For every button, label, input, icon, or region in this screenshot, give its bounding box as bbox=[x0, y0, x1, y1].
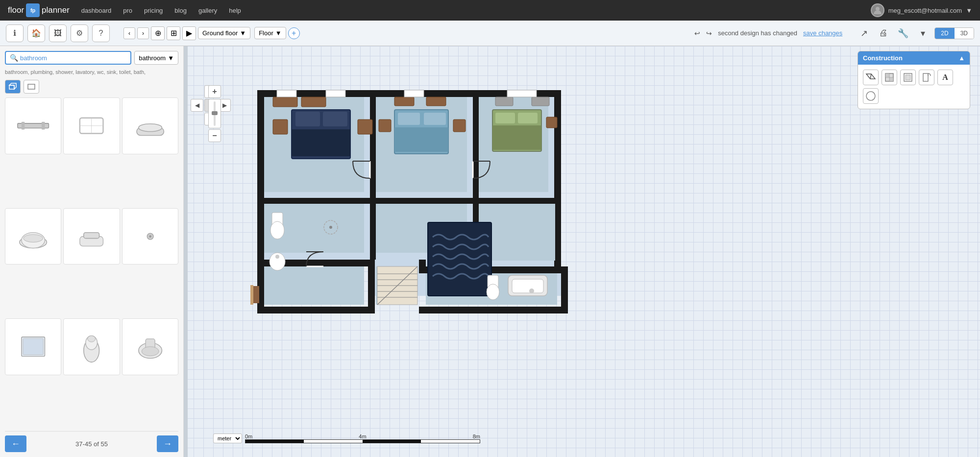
svg-rect-74 bbox=[518, 113, 538, 123]
svg-rect-61 bbox=[358, 120, 372, 134]
room-tool[interactable] bbox=[900, 70, 916, 85]
floor-tool[interactable] bbox=[882, 70, 897, 85]
canvas-area[interactable]: ▲ ◀ ⊕ ▶ ▼ + − bbox=[184, 46, 980, 457]
floor-center-btn[interactable]: ⊕ bbox=[151, 26, 165, 40]
logo-icon: fp bbox=[26, 3, 40, 17]
view-mode-buttons bbox=[5, 80, 178, 94]
svg-rect-113 bbox=[885, 73, 889, 77]
share-button[interactable]: ↗ bbox=[856, 25, 872, 41]
info-button[interactable]: ℹ bbox=[6, 24, 24, 42]
prev-page-button[interactable]: ← bbox=[5, 435, 26, 452]
more-button[interactable]: ▾ bbox=[915, 25, 931, 41]
svg-rect-6 bbox=[42, 122, 45, 130]
view-mode-3d[interactable] bbox=[5, 80, 21, 94]
nav-dashboard[interactable]: dashboard bbox=[81, 7, 111, 14]
category-dropdown[interactable]: bathroom ▼ bbox=[134, 51, 178, 65]
construction-panel-header[interactable]: Construction ▲ bbox=[858, 51, 970, 65]
wrench-button[interactable]: 🔧 bbox=[895, 25, 911, 41]
add-floor-button[interactable]: + bbox=[288, 27, 300, 39]
svg-rect-73 bbox=[495, 113, 515, 123]
svg-rect-100 bbox=[428, 222, 491, 296]
scale-visual: 0m 4m 8m bbox=[245, 433, 480, 443]
svg-rect-77 bbox=[532, 97, 549, 106]
list-item[interactable] bbox=[122, 97, 178, 154]
svg-rect-37 bbox=[257, 307, 375, 313]
svg-rect-107 bbox=[250, 285, 253, 305]
items-grid bbox=[5, 97, 178, 427]
svg-rect-67 bbox=[394, 127, 448, 152]
floor-dropdown[interactable]: Ground floor ▼ bbox=[198, 27, 250, 39]
list-item[interactable] bbox=[5, 97, 61, 154]
app-logo[interactable]: floor fp planner bbox=[8, 3, 70, 17]
construction-panel: Construction ▲ bbox=[858, 51, 970, 109]
svg-rect-69 bbox=[426, 97, 446, 106]
list-item[interactable] bbox=[63, 318, 120, 375]
svg-rect-20 bbox=[23, 338, 43, 355]
nav-pricing[interactable]: pricing bbox=[144, 7, 163, 14]
svg-point-14 bbox=[24, 235, 43, 242]
help-button[interactable]: ? bbox=[92, 24, 110, 42]
zoom-slider[interactable] bbox=[208, 99, 221, 128]
top-navigation: floor fp planner dashboard pro pricing b… bbox=[0, 0, 980, 21]
svg-rect-117 bbox=[923, 73, 928, 81]
list-item[interactable] bbox=[122, 318, 178, 375]
svg-rect-32 bbox=[257, 90, 264, 266]
floor-nav-next[interactable]: › bbox=[137, 27, 149, 39]
main-area: 🔍 bathroom ▼ bathroom, plumbing, shower,… bbox=[0, 46, 980, 457]
floor-selector: ‹ › ⊕ ⊞ ▶ Ground floor ▼ Floor ▼ + bbox=[123, 26, 300, 40]
scale-labels: 0m 4m 8m bbox=[245, 433, 480, 439]
text-tool[interactable]: A bbox=[937, 70, 953, 85]
nav-gallery[interactable]: gallery bbox=[198, 7, 217, 14]
unit-selector[interactable]: meter feet bbox=[213, 433, 242, 443]
nav-help[interactable]: help bbox=[229, 7, 241, 14]
list-item[interactable] bbox=[5, 208, 61, 265]
floor-nav-prev[interactable]: ‹ bbox=[123, 27, 135, 39]
left-sidebar: 🔍 bathroom ▼ bathroom, plumbing, shower,… bbox=[0, 46, 184, 457]
erase-tool[interactable] bbox=[863, 88, 879, 104]
search-input[interactable] bbox=[20, 54, 126, 62]
svg-rect-66 bbox=[424, 113, 446, 125]
list-item[interactable] bbox=[63, 208, 120, 265]
svg-rect-59 bbox=[292, 129, 350, 156]
home-button[interactable]: 🏠 bbox=[27, 24, 45, 42]
svg-point-105 bbox=[529, 289, 534, 293]
print-button[interactable]: 🖨 bbox=[876, 25, 891, 41]
svg-rect-38 bbox=[368, 260, 375, 313]
list-item[interactable] bbox=[122, 208, 178, 265]
construction-collapse-icon[interactable]: ▲ bbox=[958, 54, 965, 62]
next-page-button[interactable]: → bbox=[157, 435, 178, 452]
list-item[interactable] bbox=[63, 97, 120, 154]
page-info: 37-45 of 55 bbox=[75, 440, 108, 448]
svg-rect-110 bbox=[404, 90, 424, 97]
svg-rect-68 bbox=[394, 97, 414, 106]
nav-blog[interactable]: blog bbox=[174, 7, 187, 14]
image-button[interactable]: 🖼 bbox=[49, 24, 67, 42]
door-tool[interactable] bbox=[919, 70, 934, 85]
svg-rect-44 bbox=[257, 198, 561, 204]
scale-label-8: 8m bbox=[473, 433, 480, 439]
toolbar-right: ↩ ↪ second design has changed save chang… bbox=[694, 25, 974, 41]
svg-rect-60 bbox=[273, 120, 288, 134]
view-mode-2d[interactable] bbox=[24, 80, 39, 94]
user-dropdown-arrow[interactable]: ▼ bbox=[966, 7, 972, 14]
settings-button[interactable]: ⚙ bbox=[71, 24, 88, 42]
nav-pro[interactable]: pro bbox=[123, 7, 132, 14]
scale-line bbox=[245, 439, 480, 443]
wall-tool[interactable] bbox=[863, 70, 879, 85]
zoom-out-button[interactable]: − bbox=[208, 129, 221, 142]
svg-rect-78 bbox=[546, 117, 557, 128]
pan-left-button[interactable]: ◀ bbox=[191, 99, 203, 112]
view-2d-button[interactable]: 2D bbox=[935, 28, 954, 39]
zoom-in-button[interactable]: + bbox=[208, 85, 221, 98]
view-toggle: 2D 3D bbox=[934, 27, 974, 39]
svg-rect-43 bbox=[473, 90, 479, 208]
search-area: 🔍 bathroom ▼ bbox=[5, 51, 178, 65]
floor-arrow-btn[interactable]: ▶ bbox=[182, 26, 196, 40]
list-item[interactable] bbox=[5, 318, 61, 375]
save-changes-link[interactable]: save changes bbox=[803, 29, 842, 37]
floor2-dropdown[interactable]: Floor ▼ bbox=[254, 27, 286, 39]
floor-expand-btn[interactable]: ⊞ bbox=[167, 26, 180, 40]
view-3d-button[interactable]: 3D bbox=[955, 28, 974, 39]
zoom-controls: + − bbox=[208, 85, 221, 142]
category-label: bathroom bbox=[139, 54, 166, 62]
